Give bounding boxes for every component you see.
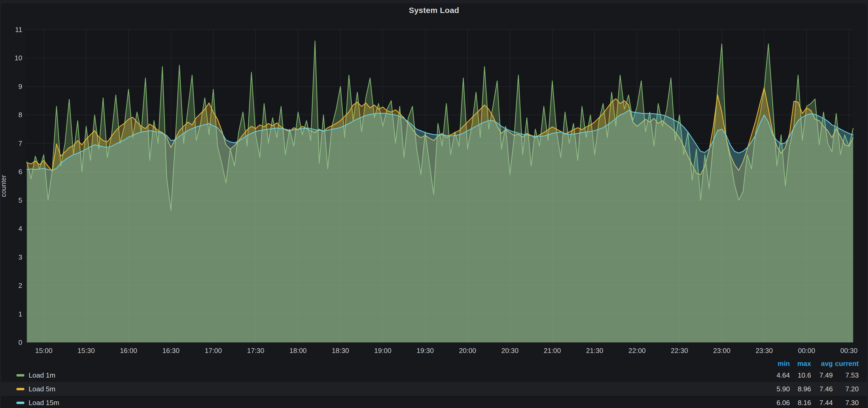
y-tick-label: 0 [19, 338, 22, 346]
y-tick-label: 4 [19, 225, 22, 233]
x-tick-label: 15:30 [78, 347, 95, 354]
legend-column-avg[interactable]: avg [811, 360, 833, 368]
y-tick-label: 6 [19, 168, 22, 176]
stat-min: 6.06 [767, 399, 790, 407]
y-tick-label: 5 [19, 196, 22, 204]
series-area-load-15m [27, 110, 853, 342]
y-tick-label: 11 [15, 26, 22, 34]
x-tick-label: 00:00 [798, 347, 815, 354]
x-tick-label: 23:00 [713, 347, 730, 354]
legend-item-load-15m[interactable]: Load 15m6.068.167.447.30 [1, 396, 867, 408]
y-tick-label: 2 [19, 281, 22, 290]
series-color-icon[interactable] [17, 388, 24, 390]
y-tick-label: 9 [19, 82, 22, 91]
legend-column-current[interactable]: current [833, 360, 859, 368]
legend-column-min[interactable]: min [767, 360, 790, 368]
stat-min: 5.90 [767, 385, 790, 393]
legend-column-max[interactable]: max [790, 360, 811, 368]
stat-max: 8.96 [790, 385, 811, 393]
series-color-icon[interactable] [17, 402, 24, 404]
y-tick-label: 3 [19, 253, 22, 261]
stat-current: 7.30 [833, 399, 859, 407]
x-tick-label: 20:30 [501, 347, 519, 354]
legend-item-load-5m[interactable]: Load 5m5.908.967.467.20 [1, 382, 867, 396]
series-color-icon[interactable] [17, 374, 24, 376]
x-tick-label: 19:30 [416, 347, 434, 354]
stat-current: 7.20 [833, 385, 859, 393]
x-tick-label: 00:30 [840, 347, 858, 354]
y-tick-label: 8 [19, 111, 22, 119]
x-tick-label: 23:30 [755, 347, 773, 354]
legend: min max avg current Load 1m4.6410.67.497… [1, 359, 867, 408]
x-tick-label: 19:00 [374, 347, 391, 354]
stat-min: 4.64 [767, 371, 790, 379]
stat-avg: 7.44 [811, 399, 833, 407]
stat-avg: 7.46 [811, 385, 833, 393]
series-label[interactable]: Load 1m [29, 371, 55, 379]
x-tick-label: 18:00 [289, 347, 307, 354]
x-tick-label: 22:30 [671, 347, 688, 354]
legend-item-load-1m[interactable]: Load 1m4.6410.67.497.53 [1, 368, 867, 382]
x-tick-label: 18:30 [332, 347, 349, 354]
x-tick-label: 21:30 [586, 347, 603, 354]
series-label[interactable]: Load 5m [29, 385, 55, 393]
stat-current: 7.53 [833, 371, 859, 379]
load-chart[interactable]: counter 0123456789101115:0015:3016:0016:… [0, 0, 868, 408]
x-tick-label: 21:00 [544, 347, 561, 354]
x-tick-label: 22:00 [628, 347, 646, 354]
y-axis-title: counter [0, 175, 7, 197]
series-label[interactable]: Load 15m [29, 399, 59, 407]
x-tick-label: 17:00 [205, 347, 222, 354]
x-tick-label: 15:00 [35, 347, 53, 354]
x-tick-label: 17:30 [247, 347, 264, 354]
stat-avg: 7.49 [811, 371, 833, 379]
y-tick-label: 7 [19, 139, 22, 147]
y-tick-label: 10 [14, 54, 22, 62]
x-tick-label: 16:30 [162, 347, 180, 354]
legend-header: min max avg current [1, 359, 867, 368]
x-tick-label: 16:00 [120, 347, 137, 354]
x-tick-label: 20:00 [459, 347, 476, 354]
stat-max: 8.16 [790, 399, 811, 407]
y-tick-label: 1 [19, 310, 22, 318]
stat-max: 10.6 [790, 371, 811, 379]
